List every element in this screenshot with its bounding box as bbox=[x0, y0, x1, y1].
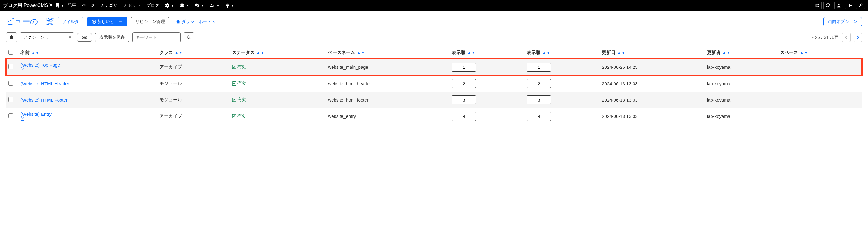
brand-title[interactable]: ブログ用 PowerCMS X bbox=[3, 2, 53, 9]
sort-desc[interactable]: ▼ bbox=[36, 51, 39, 55]
row-basename: website_entry bbox=[326, 108, 450, 124]
row-order1-input[interactable] bbox=[452, 95, 476, 104]
sort-desc[interactable]: ▼ bbox=[727, 51, 730, 55]
row-name-link[interactable]: (Website) HTML Header bbox=[21, 81, 69, 86]
table-row: (Website) Entry アーカイブ 有効 website_entry 2… bbox=[6, 108, 862, 124]
nav-comments-menu[interactable]: ▼ bbox=[192, 3, 207, 7]
action-select[interactable]: アクション... bbox=[20, 32, 74, 42]
tools-button[interactable] bbox=[856, 1, 865, 9]
sort-desc[interactable]: ▼ bbox=[621, 51, 625, 55]
top-nav-right bbox=[812, 1, 865, 9]
revisions-button[interactable]: リビジョン管理 bbox=[131, 17, 169, 26]
search-button[interactable] bbox=[184, 32, 194, 42]
row-name-link[interactable]: (Website) HTML Footer bbox=[21, 97, 67, 102]
go-button[interactable]: Go bbox=[77, 33, 92, 41]
user-button[interactable] bbox=[834, 1, 843, 9]
caret-down-icon[interactable]: ▼ bbox=[61, 4, 64, 7]
sort-asc[interactable]: ▲ bbox=[800, 51, 804, 55]
chevron-left-icon bbox=[845, 36, 847, 39]
dashboard-link[interactable]: ダッシュボードへ bbox=[176, 19, 216, 24]
row-checkbox[interactable] bbox=[8, 97, 13, 102]
nav-user-add-menu[interactable]: ▼ bbox=[208, 3, 222, 7]
sort-asc[interactable]: ▲ bbox=[175, 51, 179, 55]
check-square-icon bbox=[232, 81, 236, 86]
nav-plugin-menu[interactable]: ▼ bbox=[223, 3, 237, 7]
sort-asc[interactable]: ▲ bbox=[722, 51, 726, 55]
nav-assets[interactable]: アセット bbox=[121, 3, 143, 8]
screen-options-button[interactable]: 画面オプション bbox=[824, 17, 862, 26]
nav-entries[interactable]: 記事 bbox=[65, 3, 79, 8]
svg-point-2 bbox=[838, 4, 839, 5]
sort-desc[interactable]: ▼ bbox=[261, 51, 264, 55]
select-all-checkbox[interactable] bbox=[8, 50, 13, 55]
sort-desc[interactable]: ▼ bbox=[472, 51, 475, 55]
sort-asc[interactable]: ▲ bbox=[256, 51, 260, 55]
pager-prev-button[interactable] bbox=[842, 33, 850, 42]
row-order2-input[interactable] bbox=[527, 63, 551, 72]
nav-pages[interactable]: ページ bbox=[80, 3, 97, 8]
sort-desc[interactable]: ▼ bbox=[547, 51, 550, 55]
row-status: 有効 bbox=[232, 113, 247, 119]
views-table: 名前 ▲▼ クラス ▲▼ ステータス ▲▼ ベースネーム ▲▼ 表示順 ▲▼ 表… bbox=[6, 47, 862, 124]
bookmark-icon[interactable] bbox=[56, 3, 59, 7]
caret-down-icon: ▼ bbox=[201, 4, 204, 7]
row-updater: lab-koyama bbox=[705, 108, 778, 124]
refresh-button[interactable] bbox=[824, 1, 832, 9]
new-view-button[interactable]: 新しいビュー bbox=[87, 17, 127, 26]
svg-point-1 bbox=[211, 4, 213, 5]
keyword-input[interactable] bbox=[132, 32, 181, 42]
filter-button[interactable]: フィルタ bbox=[58, 17, 84, 26]
sort-asc[interactable]: ▲ bbox=[542, 51, 546, 55]
logout-button[interactable] bbox=[845, 1, 854, 9]
row-order2-input[interactable] bbox=[527, 112, 551, 121]
sort-asc[interactable]: ▲ bbox=[31, 51, 35, 55]
row-basename: website_html_footer bbox=[326, 92, 450, 108]
row-updater: lab-koyama bbox=[705, 75, 778, 92]
sort-desc[interactable]: ▼ bbox=[804, 51, 808, 55]
row-updated: 2024-06-25 14:25 bbox=[599, 59, 704, 75]
page-title: ビューの一覧 bbox=[6, 16, 54, 27]
row-updated: 2024-06-13 13:03 bbox=[599, 108, 704, 124]
sort-asc[interactable]: ▲ bbox=[617, 51, 621, 55]
row-checkbox[interactable] bbox=[8, 113, 13, 118]
caret-down-icon: ▼ bbox=[171, 4, 174, 7]
sort-desc[interactable]: ▼ bbox=[179, 51, 183, 55]
delete-button[interactable] bbox=[6, 32, 17, 42]
row-name-link[interactable]: (Website) Top Page bbox=[21, 62, 60, 67]
table-row: (Website) Top Page アーカイブ 有効 website_main… bbox=[6, 59, 862, 75]
col-order2: 表示順 ▲▼ bbox=[524, 47, 599, 59]
chevron-right-icon bbox=[857, 36, 859, 39]
nav-gear-menu[interactable]: ▼ bbox=[163, 3, 176, 7]
row-basename: website_html_header bbox=[326, 75, 450, 92]
save-order-button[interactable]: 表示順を保存 bbox=[95, 33, 129, 42]
trash-icon bbox=[9, 35, 13, 40]
page-header: ビューの一覧 フィルタ 新しいビュー リビジョン管理 ダッシュボードへ 画面オプ… bbox=[0, 11, 868, 30]
external-link-icon[interactable] bbox=[21, 67, 155, 72]
nav-blog[interactable]: ブログ bbox=[144, 3, 161, 8]
svg-rect-5 bbox=[232, 65, 236, 69]
row-name-link[interactable]: (Website) Entry bbox=[21, 112, 52, 117]
row-checkbox[interactable] bbox=[8, 64, 13, 69]
sort-asc[interactable]: ▲ bbox=[467, 51, 471, 55]
external-link-icon[interactable] bbox=[21, 117, 155, 121]
pager-next-button[interactable] bbox=[854, 33, 862, 42]
caret-down-icon: ▼ bbox=[231, 4, 234, 7]
row-basename: website_main_page bbox=[326, 59, 450, 75]
row-class: モジュール bbox=[157, 92, 230, 108]
row-class: アーカイブ bbox=[157, 108, 230, 124]
row-order1-input[interactable] bbox=[452, 79, 476, 88]
row-order2-input[interactable] bbox=[527, 95, 551, 104]
sort-desc[interactable]: ▼ bbox=[361, 51, 365, 55]
row-order2-input[interactable] bbox=[527, 79, 551, 88]
row-order1-input[interactable] bbox=[452, 112, 476, 121]
row-checkbox[interactable] bbox=[8, 81, 13, 86]
sort-asc[interactable]: ▲ bbox=[357, 51, 361, 55]
external-link-button[interactable] bbox=[812, 1, 822, 9]
row-updater: lab-koyama bbox=[705, 92, 778, 108]
col-name: 名前 ▲▼ bbox=[18, 47, 157, 59]
nav-database-menu[interactable]: ▼ bbox=[178, 3, 191, 7]
row-updater: lab-koyama bbox=[705, 59, 778, 75]
row-class: アーカイブ bbox=[157, 59, 230, 75]
row-order1-input[interactable] bbox=[452, 63, 476, 72]
nav-categories[interactable]: カテゴリ bbox=[98, 3, 120, 8]
